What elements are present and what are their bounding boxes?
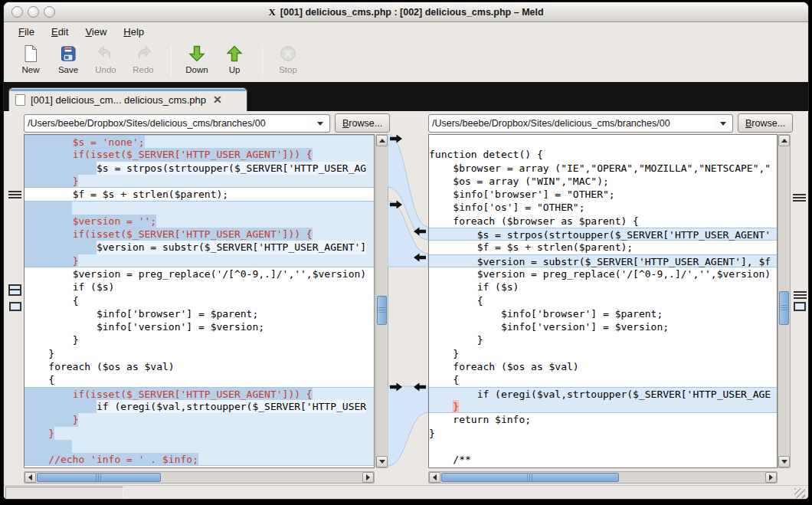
code-line: $version = preg_replace('/[^0-9,.]/','',… (429, 267, 777, 280)
code-line: $browser = array ("IE","OPERA","MOZILLA"… (429, 162, 777, 175)
code-line: $info['browser'] = "OTHER"; (429, 188, 777, 201)
code-line: if(isset($_SERVER['HTTP_USER_AGENT'])) { (25, 228, 374, 241)
undo-arrow-icon (97, 44, 115, 63)
code-line: $info['version'] = $version; (25, 320, 374, 333)
toolbar-button-label: Up (229, 65, 241, 74)
file-selector-row: Browse... Browse... (4, 111, 808, 134)
left-pane-hscrollbar[interactable] (24, 471, 375, 484)
scroll-up-button[interactable] (376, 135, 388, 146)
code-line: $os = array ("WIN","MAC"); (429, 175, 777, 188)
left-browse-button[interactable]: Browse... (335, 113, 390, 133)
scrollbar-thumb[interactable] (37, 473, 161, 482)
right-file-combo-arrow[interactable] (714, 114, 733, 133)
toolbar-save-button[interactable]: Save (51, 42, 86, 80)
code-line: $version = preg_replace('/[^0-9,.]/','',… (25, 267, 374, 280)
titlebar[interactable]: X[001] delicious_cms.php : [002] delicio… (4, 2, 808, 22)
code-line: if (eregi($val,strtoupper($_SERVER['HTTP… (25, 400, 374, 413)
left-gutter-marker (8, 284, 21, 296)
code-line: $version = ''; (25, 215, 374, 228)
code-line: foreach ($os as $val) (25, 360, 374, 373)
code-line (429, 135, 777, 148)
toolbar-stop-button: Stop (270, 42, 306, 80)
code-line: { (429, 294, 777, 307)
right-pane-vscrollbar[interactable] (778, 134, 791, 468)
code-line: if ($s) (25, 280, 374, 293)
menu-view[interactable]: View (78, 25, 113, 39)
thumb-grip (96, 474, 102, 481)
code-line: $s = 'none'; (25, 135, 374, 148)
thumb-grip (781, 305, 787, 311)
code-line: if(isset($_SERVER['HTTP_USER_AGENT'])) { (25, 387, 374, 400)
right-browse-button[interactable]: Browse... (738, 113, 793, 133)
diff-link-band (388, 386, 428, 466)
arrow-left-icon (28, 474, 32, 480)
toolbar-new-button[interactable]: New (13, 42, 48, 80)
menu-help[interactable]: Help (116, 25, 151, 39)
toolbar-down-button[interactable]: Down (179, 42, 214, 80)
code-line: } (25, 175, 374, 188)
tab-strip: [001] delicious_cm... delicious_cms.php … (4, 82, 808, 111)
code-line (25, 440, 374, 453)
toolbar: NewSaveUndoRedoDownUpStop (4, 41, 808, 82)
diff-link-gutter (388, 134, 428, 468)
scrollbar-thumb[interactable] (441, 473, 619, 482)
toolbar-up-button[interactable]: Up (217, 42, 252, 80)
code-line: *** Load all cms plugin code dynamically (429, 466, 777, 468)
resize-grip[interactable] (794, 488, 805, 498)
thumb-grip (527, 474, 533, 481)
arrow-up-icon (379, 139, 385, 143)
code-line: function detect() { (429, 148, 777, 161)
arrow-down-icon (379, 460, 385, 464)
toolbar-button-label: Undo (95, 65, 116, 74)
left-pane-vscrollbar[interactable] (375, 134, 388, 468)
toolbar-button-label: Redo (133, 65, 154, 74)
left-gutter-marker (8, 191, 21, 198)
code-line: } (429, 347, 777, 360)
chevron-down-icon (720, 122, 726, 126)
scrollbar-thumb[interactable] (779, 291, 789, 325)
menu-edit[interactable]: Edit (44, 25, 75, 39)
code-line: return $info; (429, 413, 777, 426)
scroll-up-button[interactable] (778, 135, 790, 146)
code-line: $info['browser'] = $parent; (429, 307, 777, 320)
toolbar-button-label: Save (58, 65, 78, 74)
arrow-left-icon (433, 474, 437, 480)
code-line: { (429, 373, 777, 386)
tab-delicious-cms[interactable]: [001] delicious_cm... delicious_cms.php … (8, 87, 247, 111)
scroll-down-button[interactable] (376, 456, 388, 467)
toolbar-button-label: New (21, 65, 39, 74)
code-line: { (25, 373, 374, 386)
code-line: if(isset($_SERVER['HTTP_USER_AGENT'])) { (25, 148, 374, 161)
arrow-right-icon (366, 474, 370, 480)
left-file-path-entry[interactable] (24, 114, 312, 133)
meld-window: X[001] delicious_cms.php : [002] delicio… (3, 2, 809, 500)
menu-file[interactable]: File (11, 25, 41, 39)
status-bar (4, 485, 808, 500)
code-line: if ($s) (429, 280, 777, 293)
code-line: $version = substr($_SERVER['HTTP_USER_AG… (429, 254, 777, 267)
toolbar-redo-button: Redo (126, 42, 161, 80)
left-code-pane[interactable]: $s = 'none'; if(isset($_SERVER['HTTP_USE… (24, 134, 375, 468)
right-code-pane[interactable]: function detect() { $browser = array ("I… (428, 134, 778, 468)
scrollbar-thumb[interactable] (377, 296, 387, 325)
scroll-right-button[interactable] (765, 472, 777, 483)
code-line: $info['browser'] = $parent; (25, 307, 374, 320)
tab-close-icon[interactable]: ✕ (213, 93, 222, 106)
right-pane-hscrollbar[interactable] (428, 471, 778, 484)
code-line: $f = $s + strlen($parent); (429, 241, 777, 254)
scroll-down-button[interactable] (778, 456, 790, 467)
scroll-right-button[interactable] (362, 472, 374, 483)
right-file-path-entry[interactable] (428, 114, 715, 133)
screenshot-root: { "window": { "title": "[001] delicious_… (0, 0, 812, 505)
code-line: foreach ($browser as $parent) { (429, 215, 777, 228)
left-file-combo-arrow[interactable] (311, 114, 330, 133)
code-line: if (eregi($val,strtoupper($_SERVER['HTTP… (429, 387, 777, 400)
code-line: //echo 'info = ' . $info; (25, 453, 374, 466)
toolbar-button-label: Down (185, 65, 208, 74)
code-line: $f = $s + strlen($parent); (25, 188, 374, 201)
scroll-left-button[interactable] (25, 472, 36, 483)
code-line: $info['os'] = "OTHER"; (429, 201, 777, 214)
menubar: FileEditViewHelp (4, 23, 808, 41)
toolbar-separator (171, 46, 172, 77)
scroll-left-button[interactable] (429, 472, 440, 483)
